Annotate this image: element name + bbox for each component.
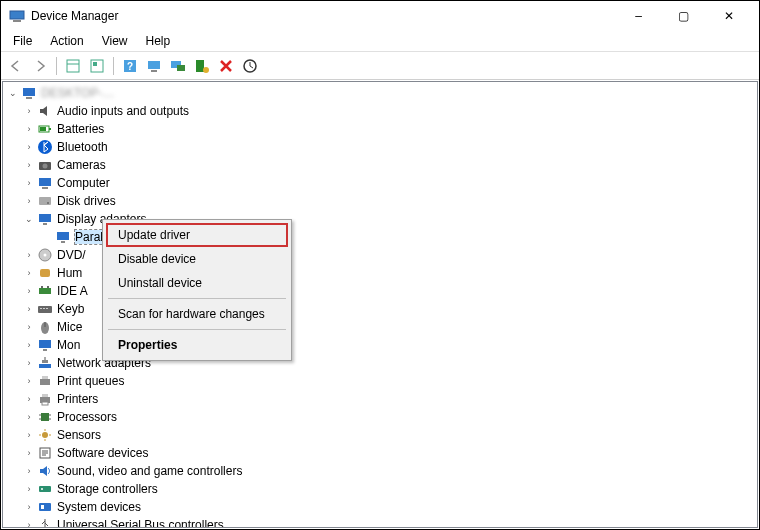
- chevron-right-icon[interactable]: ›: [23, 484, 35, 494]
- maximize-button[interactable]: ▢: [661, 1, 706, 31]
- chevron-right-icon[interactable]: ›: [23, 322, 35, 332]
- context-menu-separator: [108, 298, 286, 299]
- node-label: Computer: [57, 176, 110, 190]
- svg-rect-40: [46, 308, 48, 309]
- root-label: DESKTOP-…: [41, 86, 114, 100]
- computer-icon: [21, 85, 37, 101]
- chevron-right-icon[interactable]: ›: [23, 142, 35, 152]
- svg-rect-23: [39, 178, 51, 186]
- svg-rect-19: [40, 127, 46, 131]
- context-menu-item[interactable]: Uninstall device: [106, 271, 288, 295]
- node-label: Disk drives: [57, 194, 116, 208]
- chevron-right-icon[interactable]: ›: [23, 250, 35, 260]
- menu-action[interactable]: Action: [42, 32, 91, 50]
- close-button[interactable]: ✕: [706, 1, 751, 31]
- camera-icon: [37, 157, 53, 173]
- context-menu: Update driverDisable deviceUninstall dev…: [102, 219, 292, 361]
- svg-rect-25: [39, 197, 51, 205]
- chevron-right-icon[interactable]: ›: [23, 160, 35, 170]
- node-label: Print queues: [57, 374, 124, 388]
- root-node[interactable]: ⌄DESKTOP-…: [5, 84, 755, 102]
- menu-view[interactable]: View: [94, 32, 136, 50]
- help-button[interactable]: ?: [119, 55, 141, 77]
- svg-rect-38: [40, 308, 42, 309]
- tree-node[interactable]: ›Storage controllers: [5, 480, 755, 498]
- keyboard-icon: [37, 301, 53, 317]
- chevron-right-icon[interactable]: ›: [23, 286, 35, 296]
- tree-node[interactable]: ›Cameras: [5, 156, 755, 174]
- remove-button[interactable]: [215, 55, 237, 77]
- chevron-right-icon[interactable]: ›: [23, 340, 35, 350]
- show-hidden-button[interactable]: [62, 55, 84, 77]
- menu-file[interactable]: File: [5, 32, 40, 50]
- tree-node[interactable]: ›Bluetooth: [5, 138, 755, 156]
- svg-rect-30: [61, 241, 65, 243]
- minimize-button[interactable]: –: [616, 1, 661, 31]
- chevron-right-icon[interactable]: ›: [23, 376, 35, 386]
- svg-rect-37: [38, 306, 52, 313]
- tree-node[interactable]: ›Disk drives: [5, 192, 755, 210]
- svg-point-58: [42, 432, 48, 438]
- tree-node[interactable]: ›Audio inputs and outputs: [5, 102, 755, 120]
- chevron-right-icon[interactable]: ›: [23, 520, 35, 528]
- svg-rect-53: [41, 413, 49, 421]
- tree-node[interactable]: ›Printers: [5, 390, 755, 408]
- toolbar-separator: [56, 57, 57, 75]
- chevron-right-icon[interactable]: ›: [23, 106, 35, 116]
- chevron-down-icon[interactable]: ⌄: [7, 88, 19, 98]
- tree-node[interactable]: ›Processors: [5, 408, 755, 426]
- display-icon: [37, 211, 53, 227]
- tree-node[interactable]: ›System devices: [5, 498, 755, 516]
- scan-button[interactable]: [143, 55, 165, 77]
- svg-rect-48: [40, 379, 50, 385]
- tree-node[interactable]: ›Print queues: [5, 372, 755, 390]
- svg-rect-34: [39, 288, 51, 294]
- tree-node[interactable]: ›Batteries: [5, 120, 755, 138]
- add-hardware-button[interactable]: [191, 55, 213, 77]
- back-button[interactable]: [5, 55, 27, 77]
- tree-node[interactable]: ›Computer: [5, 174, 755, 192]
- context-menu-item[interactable]: Properties: [106, 333, 288, 357]
- context-menu-item[interactable]: Scan for hardware changes: [106, 302, 288, 326]
- chevron-right-icon[interactable]: ›: [23, 196, 35, 206]
- properties-button[interactable]: [86, 55, 108, 77]
- titlebar: Device Manager – ▢ ✕: [1, 1, 759, 31]
- svg-rect-18: [49, 128, 51, 130]
- chevron-right-icon[interactable]: ›: [23, 358, 35, 368]
- node-label: Hum: [57, 266, 82, 280]
- svg-rect-27: [39, 214, 51, 222]
- update-button[interactable]: [239, 55, 261, 77]
- chevron-right-icon[interactable]: ›: [23, 466, 35, 476]
- svg-text:?: ?: [127, 61, 133, 72]
- monitor-list-button[interactable]: [167, 55, 189, 77]
- node-label: Printers: [57, 392, 98, 406]
- tree-node[interactable]: ›Software devices: [5, 444, 755, 462]
- chevron-down-icon[interactable]: ⌄: [23, 214, 35, 224]
- menu-help[interactable]: Help: [138, 32, 179, 50]
- context-menu-item[interactable]: Disable device: [106, 247, 288, 271]
- context-menu-item[interactable]: Update driver: [106, 223, 288, 247]
- tree-node[interactable]: ›Sound, video and game controllers: [5, 462, 755, 480]
- svg-point-13: [203, 67, 209, 73]
- battery-icon: [37, 121, 53, 137]
- chevron-right-icon[interactable]: ›: [23, 394, 35, 404]
- dvd-icon: [37, 247, 53, 263]
- chevron-right-icon[interactable]: ›: [23, 448, 35, 458]
- svg-rect-43: [39, 340, 51, 348]
- svg-point-20: [38, 140, 52, 154]
- chevron-right-icon[interactable]: ›: [23, 124, 35, 134]
- tree-node[interactable]: ›Sensors: [5, 426, 755, 444]
- svg-rect-62: [39, 503, 51, 511]
- processor-icon: [37, 409, 53, 425]
- svg-rect-35: [41, 286, 43, 288]
- chevron-right-icon[interactable]: ›: [23, 268, 35, 278]
- svg-rect-51: [42, 394, 48, 397]
- chevron-right-icon[interactable]: ›: [23, 430, 35, 440]
- chevron-right-icon[interactable]: ›: [23, 178, 35, 188]
- svg-rect-16: [26, 97, 32, 99]
- chevron-right-icon[interactable]: ›: [23, 304, 35, 314]
- tree-node[interactable]: ›Universal Serial Bus controllers: [5, 516, 755, 528]
- chevron-right-icon[interactable]: ›: [23, 412, 35, 422]
- forward-button[interactable]: [29, 55, 51, 77]
- chevron-right-icon[interactable]: ›: [23, 502, 35, 512]
